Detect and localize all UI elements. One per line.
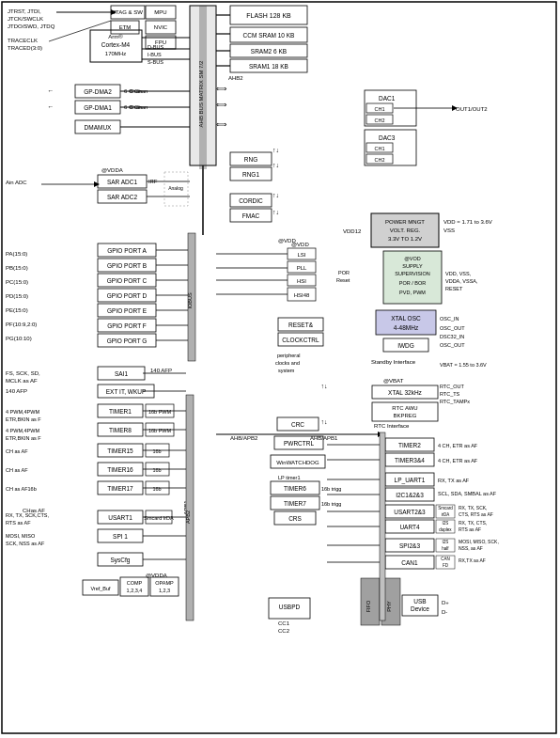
svg-text:Ain ADC: Ain ADC bbox=[6, 180, 27, 185]
svg-text:↑↓: ↑↓ bbox=[272, 209, 279, 215]
svg-rect-206 bbox=[376, 310, 436, 335]
svg-text:Smcard IrDA: Smcard IrDA bbox=[144, 515, 174, 521]
svg-text:USB: USB bbox=[413, 598, 426, 605]
svg-text:WinWATCHDOG: WinWATCHDOG bbox=[276, 460, 319, 465]
svg-text:GPIO PORT A: GPIO PORT A bbox=[107, 247, 147, 254]
svg-text:LP_UART1: LP_UART1 bbox=[395, 477, 426, 484]
svg-text:4 CH, ETR as AF: 4 CH, ETR as AF bbox=[438, 458, 478, 463]
svg-text:CCM SRAM 10 KB: CCM SRAM 10 KB bbox=[243, 32, 295, 39]
svg-text:↑↓: ↑↓ bbox=[272, 192, 279, 198]
svg-text:FLASH 128 KB: FLASH 128 KB bbox=[246, 12, 291, 19]
svg-text:Standby Interface: Standby Interface bbox=[371, 359, 416, 365]
svg-text:GPIO PORT G: GPIO PORT G bbox=[107, 338, 148, 344]
svg-text:GP-DMA1: GP-DMA1 bbox=[84, 104, 112, 111]
svg-text:140 AFP: 140 AFP bbox=[6, 388, 27, 394]
svg-text:AHB/APB1: AHB/APB1 bbox=[310, 435, 338, 441]
svg-text:PF(10:9,2:0): PF(10:9,2:0) bbox=[6, 322, 37, 327]
svg-text:TIMER8: TIMER8 bbox=[109, 427, 132, 433]
svg-text:D+: D+ bbox=[442, 600, 449, 605]
svg-text:PA(15:0): PA(15:0) bbox=[6, 251, 27, 257]
svg-text:AHB2: AHB2 bbox=[228, 75, 243, 81]
svg-rect-317 bbox=[380, 432, 385, 620]
svg-text:SUPERVISION: SUPERVISION bbox=[395, 271, 430, 276]
svg-text:JTAG & SW: JTAG & SW bbox=[113, 9, 143, 15]
svg-text:SysCfg: SysCfg bbox=[111, 557, 131, 564]
svg-text:I2S: I2S bbox=[443, 521, 449, 526]
svg-text:JTCK/SWCLK: JTCK/SWCLK bbox=[8, 16, 43, 22]
svg-text:RESET&: RESET& bbox=[288, 322, 314, 328]
svg-text:JTRST, JTDI,: JTRST, JTDI, bbox=[8, 8, 41, 14]
svg-text:OUT1/OUT2: OUT1/OUT2 bbox=[456, 106, 488, 112]
svg-text:170MHz: 170MHz bbox=[105, 51, 126, 56]
svg-text:16b PWM: 16b PWM bbox=[148, 428, 172, 433]
svg-text:4 PWM,4PWM: 4 PWM,4PWM bbox=[6, 428, 39, 433]
svg-text:BKPREG: BKPREG bbox=[393, 413, 416, 418]
svg-text:irDA: irDA bbox=[442, 512, 450, 517]
svg-text:OSC_OUT: OSC_OUT bbox=[440, 325, 465, 331]
svg-text:16b trigg: 16b trigg bbox=[321, 486, 341, 492]
svg-text:4-48MHz: 4-48MHz bbox=[394, 324, 419, 331]
svg-text:TIMER2: TIMER2 bbox=[398, 442, 421, 448]
svg-text:Arm®: Arm® bbox=[108, 34, 123, 39]
svg-text:PVD, PWM: PVD, PWM bbox=[399, 290, 426, 295]
svg-text:half: half bbox=[442, 546, 449, 551]
svg-text:AHB/APB2: AHB/APB2 bbox=[230, 435, 258, 441]
svg-text:TIMER3&4: TIMER3&4 bbox=[395, 457, 425, 463]
svg-text:RTC Interface: RTC Interface bbox=[374, 423, 410, 429]
svg-text:@VDDA: @VDDA bbox=[101, 167, 123, 173]
svg-text:SAR ADC1: SAR ADC1 bbox=[107, 179, 138, 185]
svg-text:MOSI, MISO: MOSI, MISO bbox=[6, 533, 36, 539]
svg-text:SPI 1: SPI 1 bbox=[113, 533, 128, 540]
svg-text:NSS, as AF: NSS, as AF bbox=[459, 545, 483, 551]
svg-text:USART2&3: USART2&3 bbox=[394, 509, 426, 515]
svg-text:RNG: RNG bbox=[244, 156, 257, 163]
svg-text:DSC32_IN: DSC32_IN bbox=[440, 334, 464, 339]
svg-text:LSI: LSI bbox=[297, 252, 305, 258]
svg-text:LP timer1: LP timer1 bbox=[278, 475, 300, 480]
svg-text:VBAT = 1.55 to 3.6V: VBAT = 1.55 to 3.6V bbox=[440, 362, 487, 368]
svg-text:clocks and: clocks and bbox=[275, 360, 300, 366]
svg-text:RTS as AF: RTS as AF bbox=[6, 520, 31, 526]
svg-text:MCLK as AF: MCLK as AF bbox=[6, 378, 38, 384]
svg-text:HSI48: HSI48 bbox=[294, 292, 310, 298]
svg-text:CH2: CH2 bbox=[374, 118, 384, 123]
svg-text:ETM: ETM bbox=[119, 24, 132, 30]
svg-text:TRACED(3:0): TRACED(3:0) bbox=[8, 45, 42, 51]
svg-text:↑↓: ↑↓ bbox=[321, 383, 328, 389]
svg-text:DAC3: DAC3 bbox=[379, 134, 396, 141]
svg-text:TRACECLK: TRACECLK bbox=[8, 38, 38, 43]
svg-rect-284 bbox=[186, 395, 194, 620]
svg-text:ETR,BKIN as F: ETR,BKIN as F bbox=[6, 416, 41, 422]
svg-text:CH as AF: CH as AF bbox=[6, 448, 28, 454]
svg-text:CAN1: CAN1 bbox=[401, 559, 418, 566]
svg-text:Reset: Reset bbox=[336, 277, 350, 283]
svg-text:⟺: ⟺ bbox=[216, 85, 227, 93]
svg-text:⟺: ⟺ bbox=[216, 101, 227, 109]
svg-text:1,2,3: 1,2,3 bbox=[159, 588, 170, 593]
svg-text:CH1: CH1 bbox=[374, 146, 384, 151]
svg-text:←: ← bbox=[48, 87, 54, 94]
svg-text:RX, TX as AF: RX, TX as AF bbox=[438, 478, 470, 483]
svg-text:SRAM2 6 KB: SRAM2 6 KB bbox=[251, 48, 287, 55]
block-diagram: JTRST, JTDI, JTCK/SWCLK JTDO/SWD, JTDQ T… bbox=[0, 0, 560, 738]
svg-text:XTAL OSC: XTAL OSC bbox=[391, 315, 421, 322]
svg-text:6 Chan: 6 Chan bbox=[124, 88, 142, 94]
svg-text:TIMER6: TIMER6 bbox=[284, 485, 306, 492]
svg-text:↑↓: ↑↓ bbox=[321, 418, 328, 425]
svg-text:RX, TX, SCK,: RX, TX, SCK, bbox=[459, 505, 487, 510]
svg-text:VOLT. REG.: VOLT. REG. bbox=[390, 228, 421, 233]
svg-text:↑↓: ↑↓ bbox=[272, 162, 279, 168]
svg-text:HSI: HSI bbox=[297, 278, 306, 284]
svg-text:Device: Device bbox=[411, 605, 429, 612]
svg-text:I2C1&2&3: I2C1&2&3 bbox=[396, 492, 424, 498]
svg-text:XTAL 32kHz: XTAL 32kHz bbox=[388, 389, 423, 396]
svg-text:4 PWM,4PWM: 4 PWM,4PWM bbox=[6, 409, 39, 415]
svg-text:COMP: COMP bbox=[127, 580, 143, 586]
svg-text:RX,TX as AF: RX,TX as AF bbox=[459, 557, 486, 563]
svg-text:GPIO PORT D: GPIO PORT D bbox=[107, 292, 148, 299]
svg-text:PE(15:0): PE(15:0) bbox=[6, 307, 28, 313]
svg-text:SAI1: SAI1 bbox=[115, 370, 128, 377]
svg-text:SAR ADC2: SAR ADC2 bbox=[107, 194, 138, 200]
svg-text:FS, SCK, SD,: FS, SCK, SD, bbox=[6, 370, 40, 376]
svg-text:16b: 16b bbox=[152, 448, 161, 454]
